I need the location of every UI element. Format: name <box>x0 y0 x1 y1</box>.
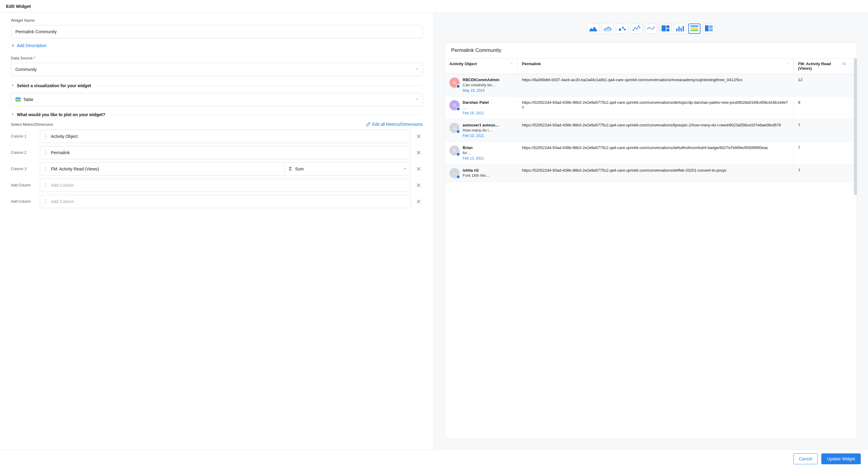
section-plot[interactable]: What would you like to plot on your widg… <box>11 112 423 117</box>
plus-icon <box>11 43 15 48</box>
caret-down-icon <box>11 112 14 117</box>
avatar: a <box>450 123 460 133</box>
column-label: Column 1 <box>11 134 36 139</box>
svg-point-31 <box>622 27 624 29</box>
viz-type-bubble[interactable] <box>616 24 628 34</box>
drag-handle-icon[interactable] <box>40 167 51 171</box>
connected-chart-icon <box>632 25 641 32</box>
remove-column-button[interactable] <box>414 197 423 206</box>
drag-handle-icon[interactable] <box>40 134 51 139</box>
table-row[interactable]: D Darshan Patel … Feb 16, 2021 https://5… <box>445 96 857 119</box>
select-metric-label: Select Metric/Dimension <box>11 122 53 127</box>
chevron-down-icon <box>849 62 852 67</box>
remove-column-button[interactable] <box>414 181 423 189</box>
stacked-chart-icon <box>705 25 713 32</box>
add-description-button[interactable]: Add Description <box>11 43 47 48</box>
cancel-button[interactable]: Cancel <box>793 453 818 464</box>
table-header-views[interactable]: FM: Activity Read (Views) <box>794 58 857 74</box>
svg-point-28 <box>44 203 45 204</box>
table-row[interactable]: b Brian for… Feb 13, 2021 https://520522… <box>445 142 857 165</box>
column-input[interactable]: Permalink <box>40 146 411 159</box>
svg-rect-41 <box>661 25 666 31</box>
drag-handle-icon[interactable] <box>40 183 51 188</box>
svg-point-39 <box>650 28 651 29</box>
remove-column-button[interactable] <box>414 132 423 141</box>
platform-badge-icon <box>456 152 460 156</box>
drag-handle-icon[interactable] <box>40 199 51 204</box>
svg-point-25 <box>46 199 47 200</box>
viz-type-stacked[interactable] <box>703 24 715 34</box>
avatar: i <box>450 168 460 178</box>
viz-type-treemap[interactable] <box>659 24 672 34</box>
remove-column-button[interactable] <box>414 165 423 173</box>
table-icon <box>16 97 21 102</box>
activity-user: ishita rl2 <box>463 168 490 173</box>
svg-point-40 <box>653 27 654 27</box>
svg-rect-42 <box>666 25 670 28</box>
svg-point-13 <box>46 167 47 168</box>
permalink-cell: https://520522d4-93ad-438b-98b3-2e2e9a57… <box>518 119 794 142</box>
svg-point-29 <box>46 203 47 204</box>
viz-type-bar[interactable] <box>674 24 686 34</box>
column-input[interactable]: FM: Activity Read (Views) Sum <box>40 162 411 176</box>
data-source-select[interactable] <box>11 63 423 76</box>
edit-all-metrics-label: Edit all Metrics/Dimensions <box>372 122 423 127</box>
viz-type-area[interactable] <box>587 24 599 34</box>
table-header-activity-object[interactable]: Activity Object <box>445 58 518 74</box>
activity-subtitle: How many do i… <box>463 128 499 133</box>
column-value: FM: Activity Read (Views) <box>51 167 284 171</box>
viz-type-line[interactable] <box>601 24 614 34</box>
svg-point-16 <box>44 171 45 171</box>
treemap-chart-icon <box>661 25 670 32</box>
platform-badge-icon <box>456 84 460 88</box>
area-chart-icon <box>589 25 597 32</box>
visualization-select[interactable]: Table <box>11 93 423 106</box>
activity-date: Feb 13, 2021 <box>463 156 484 160</box>
section-visualization[interactable]: Select a visualization for your widget <box>11 83 423 88</box>
update-widget-button[interactable]: Update Widget <box>821 453 861 464</box>
svg-point-17 <box>46 171 47 171</box>
svg-point-24 <box>44 199 45 200</box>
remove-column-button[interactable] <box>414 148 423 157</box>
column-input[interactable]: Activity Object <box>40 130 411 143</box>
line-chart-icon <box>604 25 612 32</box>
svg-point-12 <box>44 167 45 168</box>
svg-rect-47 <box>683 26 684 31</box>
activity-subtitle: for… <box>463 150 484 155</box>
svg-rect-48 <box>690 25 698 27</box>
viz-type-connected[interactable] <box>630 24 643 34</box>
table-row[interactable]: R RBCDICommAdmin Can creativity be… May … <box>445 74 857 96</box>
bubble-chart-icon <box>618 25 626 32</box>
svg-point-4 <box>44 138 45 139</box>
svg-rect-43 <box>666 29 670 31</box>
aggregation-select[interactable]: Sum <box>284 163 410 175</box>
chevron-down-icon <box>403 167 407 171</box>
viz-type-table[interactable] <box>688 24 701 34</box>
table-header-permalink[interactable]: Permalink <box>518 58 794 74</box>
avatar: b <box>450 145 460 156</box>
table-row[interactable]: a autouser1 autous… How many do i… Feb 1… <box>445 119 857 142</box>
drag-handle-icon[interactable] <box>40 150 51 155</box>
edit-all-metrics-button[interactable]: Edit all Metrics/Dimensions <box>366 122 423 127</box>
data-source-label: Data Source * <box>11 56 423 60</box>
spline-chart-icon <box>647 25 655 32</box>
avatar: D <box>450 100 460 110</box>
svg-point-1 <box>46 134 47 135</box>
add-column-placeholder: Add Column <box>51 183 410 188</box>
column-value: Activity Object <box>51 134 410 139</box>
scrollbar-thumb[interactable] <box>854 58 857 195</box>
table-row[interactable]: i ishita rl2 Fork 16th feb… https://5205… <box>445 165 857 182</box>
widget-name-input[interactable] <box>11 25 423 38</box>
modal-footer: Cancel Update Widget <box>0 449 868 468</box>
platform-badge-icon <box>456 175 460 179</box>
add-column-input[interactable]: Add Column <box>40 179 411 192</box>
viz-type-spline[interactable] <box>645 24 657 34</box>
column-label: Column 3 <box>11 167 36 171</box>
svg-point-38 <box>648 28 649 29</box>
svg-point-3 <box>46 136 47 137</box>
add-description-label: Add Description <box>17 43 47 48</box>
add-column-input[interactable]: Add Column <box>40 195 411 208</box>
widget-name-label: Widget Name <box>11 18 423 23</box>
views-cell: 7 <box>794 142 857 165</box>
activity-date: May 15, 2019 <box>463 88 499 93</box>
